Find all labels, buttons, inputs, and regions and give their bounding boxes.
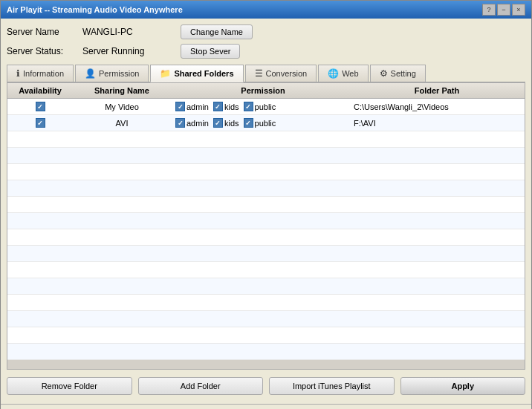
table-row: AVI admin kids public [7,115,525,131]
help-button[interactable]: ? [482,4,496,16]
row2-kids-checkbox[interactable] [213,118,223,128]
tab-web[interactable]: 🌐 Web [318,65,368,82]
bottom-buttons: Remove Folder Add Folder Import iTunes P… [7,374,525,398]
row2-permissions: admin kids public [174,118,352,128]
row1-availability[interactable] [10,102,70,111]
remove-folder-button[interactable]: Remove Folder [7,377,132,395]
row1-availability-checkbox[interactable] [36,102,45,111]
empty-row [7,164,525,180]
setting-icon: ⚙ [380,68,388,79]
table-header: Availability Sharing Name Permission Fol… [7,83,525,99]
window-title: Air Playit -- Streaming Audio Video Anyw… [7,5,183,14]
server-status-label: Server Status: [7,46,74,56]
change-name-button[interactable]: Change Name [181,24,253,39]
row2-admin-perm: admin [175,118,209,128]
empty-row [7,344,525,360]
empty-row [7,180,525,197]
row2-kids-perm: kids [213,118,239,128]
row1-kids-label: kids [224,102,239,111]
row1-admin-checkbox[interactable] [175,102,185,111]
tabs: ℹ Information 👤 Permission 📁 Shared Fold… [7,65,525,82]
tab-setting[interactable]: ⚙ Setting [370,65,426,82]
status-bar: Status: Public group not need PIN [1,404,531,409]
empty-row [7,197,525,213]
tab-conversion-label: Conversion [266,69,308,78]
main-window: Air Playit -- Streaming Audio Video Anyw… [0,0,532,409]
import-itunes-button[interactable]: Import iTunes Playlist [269,377,395,395]
title-bar-buttons: ? − × [482,4,525,16]
row2-admin-checkbox[interactable] [175,118,185,128]
tab-web-label: Web [342,69,358,78]
add-folder-button[interactable]: Add Folder [138,377,264,395]
row2-public-perm: public [244,118,276,128]
row1-sharing-name: My Video [70,102,174,111]
row1-admin-perm: admin [175,102,209,111]
info-icon: ℹ [16,68,20,79]
apply-button[interactable]: Apply [400,377,526,395]
empty-row [7,131,525,148]
row1-public-checkbox[interactable] [244,102,253,111]
row1-kids-checkbox[interactable] [213,102,223,111]
server-name-value: WANGLI-PC [82,27,172,37]
table-body: My Video admin kids public [7,99,525,360]
conversion-icon: ☰ [255,68,263,79]
row2-kids-label: kids [224,119,239,128]
row2-availability[interactable] [10,118,70,128]
empty-row [7,229,525,246]
close-button[interactable]: × [512,4,525,16]
row1-kids-perm: kids [213,102,239,111]
row1-permissions: admin kids public [174,102,352,111]
empty-row [7,148,525,164]
empty-row [7,278,525,295]
tab-information-label: Information [23,69,64,78]
row2-folder-path: F:\AVI [352,119,522,128]
col-availability: Availability [10,85,70,96]
tab-setting-label: Setting [391,69,416,78]
empty-row [7,213,525,229]
tab-permission[interactable]: 👤 Permission [75,65,149,82]
row2-sharing-name: AVI [70,119,174,128]
empty-row [7,262,525,278]
empty-row [7,311,525,327]
main-table-area: Availability Sharing Name Permission Fol… [7,82,525,370]
empty-row [7,295,525,311]
tab-permission-label: Permission [99,69,139,78]
server-name-row: Server Name WANGLI-PC Change Name [7,24,525,39]
table-row: My Video admin kids public [7,99,525,115]
server-info: Server Name WANGLI-PC Change Name Server… [7,24,525,59]
stop-server-button[interactable]: Stop Sever [181,44,240,59]
row2-admin-label: admin [186,119,209,128]
title-bar: Air Playit -- Streaming Audio Video Anyw… [1,1,531,19]
row1-admin-label: admin [186,102,209,111]
permission-icon: 👤 [85,68,96,79]
server-status-value: Server Running [82,46,172,56]
row1-public-perm: public [244,102,276,111]
horizontal-scrollbar[interactable] [7,360,525,369]
tab-shared-folders[interactable]: 📁 Shared Folders [150,65,243,82]
server-status-row: Server Status: Server Running Stop Sever [7,44,525,59]
server-name-label: Server Name [7,27,74,37]
row1-folder-path: C:\Users\Wangli_2\Videos [352,102,522,111]
row1-public-label: public [255,102,276,111]
empty-row [7,327,525,344]
col-folder-path: Folder Path [352,85,522,96]
tab-conversion[interactable]: ☰ Conversion [245,65,317,82]
col-sharing-name: Sharing Name [70,85,174,96]
row2-availability-checkbox[interactable] [36,118,45,128]
row2-public-checkbox[interactable] [244,118,253,128]
window-content: Server Name WANGLI-PC Change Name Server… [1,19,531,404]
tab-information[interactable]: ℹ Information [7,65,74,82]
empty-row [7,246,525,262]
folder-icon: 📁 [160,68,171,79]
web-icon: 🌐 [328,68,339,79]
row2-public-label: public [255,119,276,128]
col-permission: Permission [174,85,352,96]
minimize-button[interactable]: − [497,4,510,16]
tab-shared-folders-label: Shared Folders [174,69,233,78]
